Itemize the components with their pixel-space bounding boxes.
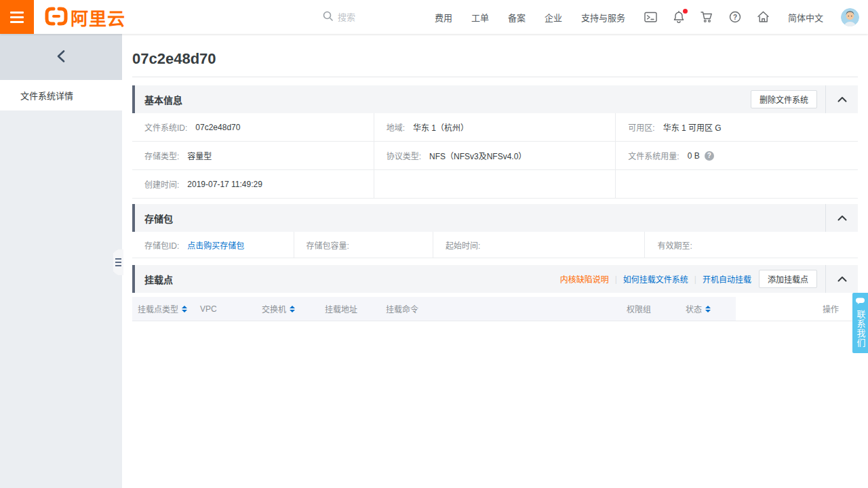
mount-point-table-header: 挂载点类型 VPC 交换机 挂载地址 挂载命令 权限组 状态 xyxy=(132,297,858,321)
sidebar-item-label: 文件系统详情 xyxy=(20,89,73,102)
field-protocol-type: 协议类型: NFS（NFSv3及NFSv4.0） xyxy=(374,142,616,170)
storage-package-section: 存储包 存储包ID: 点击购买存储包 存储包容量: 起始时间: 有效期至: xyxy=(132,204,858,258)
storage-package-collapse-button[interactable] xyxy=(825,204,858,232)
field-package-start: 起始时间: xyxy=(433,232,645,258)
auto-mount-link[interactable]: 开机自动挂载 xyxy=(703,273,751,285)
mount-point-collapse-button[interactable] xyxy=(825,265,858,293)
sidebar-back-button[interactable] xyxy=(0,34,122,80)
sidebar: 文件系统详情 xyxy=(0,34,122,488)
home-icon[interactable] xyxy=(757,11,770,23)
page-title: 07c2e48d70 xyxy=(132,50,858,68)
terminal-icon[interactable] xyxy=(644,12,657,23)
field-package-capacity: 存储包容量: xyxy=(294,232,433,258)
field-empty-1 xyxy=(374,170,616,199)
hamburger-menu-icon[interactable] xyxy=(0,0,34,34)
column-vpc: VPC xyxy=(195,297,256,321)
mount-point-title: 挂载点 xyxy=(144,272,173,286)
mount-point-section: 挂载点 内核缺陷说明 | 如何挂载文件系统 | 开机自动挂载 添加挂载点 挂载点… xyxy=(132,265,858,321)
global-search[interactable] xyxy=(323,0,439,34)
field-zone: 可用区: 华东 1 可用区 G xyxy=(616,113,858,142)
logo-bracket-icon xyxy=(45,6,68,28)
field-package-id: 存储包ID: 点击购买存储包 xyxy=(132,232,294,258)
chevron-up-icon xyxy=(837,215,847,221)
language-selector[interactable]: 简体中文 xyxy=(788,11,823,24)
column-mount-type: 挂载点类型 xyxy=(132,297,195,321)
add-mount-point-button[interactable]: 添加挂载点 xyxy=(759,270,817,288)
search-icon xyxy=(323,11,334,24)
basic-info-title: 基本信息 xyxy=(144,93,182,106)
sort-icon[interactable] xyxy=(182,306,187,312)
mount-point-header: 挂载点 内核缺陷说明 | 如何挂载文件系统 | 开机自动挂载 添加挂载点 xyxy=(132,265,858,293)
basic-info-section: 基本信息 删除文件系统 文件系统ID: 07c2e48d70 地域: 华东 1（… xyxy=(132,85,858,199)
usage-help-icon[interactable] xyxy=(705,151,714,161)
notification-dot xyxy=(683,9,688,14)
bell-icon[interactable] xyxy=(673,11,685,23)
field-storage-type: 存储类型: 容量型 xyxy=(132,142,374,170)
field-create-time: 创建时间: 2019-07-17 11:49:29 xyxy=(132,170,374,199)
field-usage: 文件系统用量: 0 B xyxy=(616,142,858,170)
column-mount-address: 挂载地址 xyxy=(319,297,380,321)
contact-us-widget[interactable]: 联系我们 xyxy=(852,293,868,353)
buy-storage-package-link[interactable]: 点击购买存储包 xyxy=(187,239,244,251)
storage-package-grid: 存储包ID: 点击购买存储包 存储包容量: 起始时间: 有效期至: xyxy=(132,232,858,258)
nav-icp[interactable]: 备案 xyxy=(508,11,526,24)
column-actions: 操作 xyxy=(736,297,858,321)
svg-text:?: ? xyxy=(733,14,737,21)
field-region: 地域: 华东 1（杭州） xyxy=(374,113,616,142)
contact-us-label: 联系我们 xyxy=(854,310,867,348)
sidebar-item-file-system-detail[interactable]: 文件系统详情 xyxy=(0,80,122,110)
column-status: 状态 xyxy=(680,297,736,321)
main-content: 07c2e48d70 基本信息 删除文件系统 文件系统ID: 07c2e48d7… xyxy=(122,34,868,488)
kernel-defect-link[interactable]: 内核缺陷说明 xyxy=(560,273,609,285)
basic-info-header: 基本信息 删除文件系统 xyxy=(132,85,858,113)
chevron-up-icon xyxy=(837,96,847,102)
alibaba-cloud-logo[interactable]: 阿里云 xyxy=(45,5,125,30)
column-permission-group: 权限组 xyxy=(621,297,680,321)
how-to-mount-link[interactable]: 如何挂载文件系统 xyxy=(623,273,688,285)
nav-support[interactable]: 支持与服务 xyxy=(581,11,625,24)
storage-package-title: 存储包 xyxy=(144,211,173,225)
basic-info-collapse-button[interactable] xyxy=(825,85,858,113)
sidebar-collapse-handle-icon[interactable] xyxy=(113,249,123,275)
chat-bubble-icon xyxy=(855,297,865,307)
topbar: 阿里云 费用 工单 备案 企业 支持与服务 ? 简体中文 xyxy=(0,0,868,34)
nav-tickets[interactable]: 工单 xyxy=(471,11,489,24)
sort-icon[interactable] xyxy=(290,306,295,312)
field-file-system-id: 文件系统ID: 07c2e48d70 xyxy=(132,113,374,142)
topbar-right-nav: 费用 工单 备案 企业 支持与服务 ? 简体中文 xyxy=(435,0,868,34)
chevron-up-icon xyxy=(837,276,847,282)
field-empty-2 xyxy=(616,170,858,199)
title-divider xyxy=(132,77,858,77)
column-mount-command: 挂载命令 xyxy=(380,297,621,321)
delete-file-system-button[interactable]: 删除文件系统 xyxy=(751,90,817,108)
basic-info-grid: 文件系统ID: 07c2e48d70 地域: 华东 1（杭州） 可用区: 华东 … xyxy=(132,113,858,199)
cart-icon[interactable] xyxy=(701,11,713,23)
help-icon[interactable]: ? xyxy=(729,11,741,23)
storage-package-header: 存储包 xyxy=(132,204,858,232)
chevron-left-icon xyxy=(56,49,66,65)
user-avatar[interactable] xyxy=(841,8,859,26)
search-input[interactable] xyxy=(338,12,439,22)
sort-icon[interactable] xyxy=(705,306,711,312)
nav-enterprise[interactable]: 企业 xyxy=(545,11,562,24)
column-vswitch: 交换机 xyxy=(256,297,319,321)
field-package-expire: 有效期至: xyxy=(645,232,858,258)
logo-text: 阿里云 xyxy=(71,5,125,30)
